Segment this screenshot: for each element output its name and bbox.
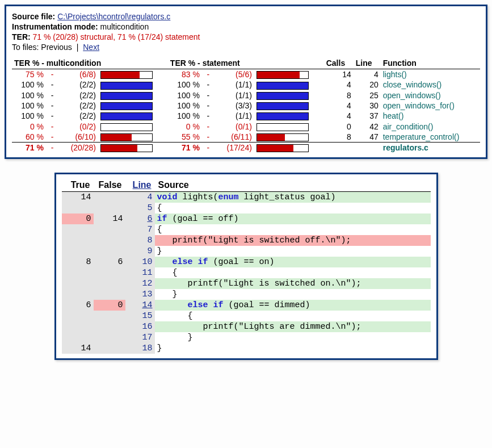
- source-row: 17 }: [62, 332, 431, 343]
- st-pct: 100 %: [168, 79, 202, 90]
- calls: 4: [324, 111, 354, 121]
- function-link[interactable]: heat(): [381, 111, 480, 121]
- coverage-summary-panel: Source file: C:\Projects\hcontrol\regula…: [5, 5, 487, 159]
- function-link[interactable]: open_windows(): [381, 90, 480, 101]
- source-row: 6014 else if (goal == dimmed): [62, 300, 431, 311]
- true-count: [62, 246, 94, 257]
- ter-value: 71 % (20/28) structural, 71 % (17/24) st…: [33, 32, 200, 41]
- to-files-line: To files: Previous | Next: [12, 43, 480, 52]
- source-file-label: Source file:: [12, 12, 55, 21]
- source-code: printf("Lights are dimmed.\n");: [155, 321, 431, 332]
- source-table: True False Line Source 144void lights(en…: [62, 179, 431, 354]
- total-mc-pct: 71 %: [12, 143, 46, 153]
- source-code: {: [155, 267, 431, 278]
- source-code: printf("Light is switched on.\n");: [155, 278, 431, 289]
- line-number: 10: [125, 257, 155, 267]
- mode-value: multicondition: [100, 22, 149, 31]
- st-bar: [256, 82, 309, 90]
- source-row: 11 {: [62, 267, 431, 278]
- coverage-row: 100 %-(2/2)100 %-(1/1)420close_windows(): [12, 79, 480, 90]
- line-number[interactable]: 14: [125, 300, 155, 311]
- false-count: [94, 332, 125, 343]
- source-code: }: [155, 343, 431, 354]
- coverage-row: 0 %-(0/2)0 %-(0/1)042air_condition(): [12, 121, 480, 131]
- source-code: {: [155, 203, 431, 213]
- st-pct: 100 %: [168, 101, 202, 111]
- calls: 14: [324, 69, 354, 80]
- source-code: {: [155, 311, 431, 321]
- mc-ratio: (2/2): [58, 111, 98, 121]
- source-code: printf("Light is switched off.\n");: [155, 235, 431, 246]
- false-count: 6: [94, 257, 125, 267]
- true-count: [62, 224, 94, 235]
- source-code: }: [155, 289, 431, 300]
- line-number: 12: [125, 278, 155, 289]
- line-number: 11: [125, 267, 155, 278]
- true-count: 14: [62, 192, 94, 203]
- false-count: 0: [94, 300, 125, 311]
- mc-bar: [100, 92, 153, 100]
- total-mc-ratio: (20/28): [58, 143, 98, 153]
- total-st-bar: [256, 144, 309, 152]
- function-link[interactable]: close_windows(): [381, 79, 480, 90]
- col-line: Line: [354, 57, 381, 69]
- function-link[interactable]: temperature_control(): [381, 132, 480, 143]
- source-row: 13 }: [62, 289, 431, 300]
- function-link[interactable]: open_windows_for(): [381, 101, 480, 111]
- mc-bar: [100, 102, 153, 110]
- col-multicondition: TER % - multicondition: [12, 57, 168, 69]
- source-row: 16 printf("Lights are dimmed.\n");: [62, 321, 431, 332]
- line-number[interactable]: 6: [125, 213, 155, 224]
- calls: 0: [324, 121, 354, 131]
- function-link[interactable]: lights(): [381, 69, 480, 80]
- to-files-label: To files:: [12, 43, 39, 52]
- st-ratio: (3/3): [215, 101, 254, 111]
- line: 20: [354, 79, 381, 90]
- mode-label: Instrumentation mode:: [12, 22, 98, 31]
- false-count: [94, 278, 125, 289]
- st-ratio: (1/1): [215, 111, 254, 121]
- calls: 8: [324, 132, 354, 143]
- line-number: 17: [125, 332, 155, 343]
- true-count: [62, 311, 94, 321]
- line: 25: [354, 90, 381, 101]
- source-row: 9}: [62, 246, 431, 257]
- ter-line: TER: 71 % (20/28) structural, 71 % (17/2…: [12, 32, 480, 41]
- line: 47: [354, 132, 381, 143]
- mc-bar: [100, 112, 153, 120]
- true-count: [62, 332, 94, 343]
- col-function: Function: [381, 57, 480, 69]
- true-count: 14: [62, 343, 94, 354]
- line-number: 4: [125, 192, 155, 203]
- col-true: True: [62, 179, 94, 192]
- source-code: {: [155, 224, 431, 235]
- line-number: 13: [125, 289, 155, 300]
- st-bar: [256, 92, 309, 100]
- st-ratio: (1/1): [215, 90, 254, 101]
- false-count: [94, 321, 125, 332]
- next-link[interactable]: Next: [83, 43, 99, 52]
- mode-line: Instrumentation mode: multicondition: [12, 22, 480, 31]
- source-row: 0146if (goal == off): [62, 213, 431, 224]
- st-ratio: (6/11): [215, 132, 254, 143]
- st-bar: [256, 133, 309, 141]
- line-number: 18: [125, 343, 155, 354]
- source-code: }: [155, 246, 431, 257]
- source-file-line: Source file: C:\Projects\hcontrol\regula…: [12, 12, 480, 21]
- source-code: void lights(enum light_status goal): [155, 192, 431, 203]
- line-number: 9: [125, 246, 155, 257]
- source-file-link[interactable]: C:\Projects\hcontrol\regulators.c: [57, 12, 170, 21]
- mc-ratio: (2/2): [58, 101, 98, 111]
- true-count: 6: [62, 300, 94, 311]
- line-number: 16: [125, 321, 155, 332]
- mc-bar: [100, 71, 153, 79]
- st-bar: [256, 71, 309, 79]
- col-false: False: [94, 179, 125, 192]
- col-src-line[interactable]: Line: [125, 179, 155, 192]
- source-row: 8610 else if (goal == on): [62, 257, 431, 267]
- false-count: [94, 246, 125, 257]
- true-count: [62, 235, 94, 246]
- function-link[interactable]: air_condition(): [381, 121, 480, 131]
- calls: 4: [324, 101, 354, 111]
- coverage-total-row: 71 % - (20/28) 71 % - (17/24) regulators…: [12, 143, 480, 153]
